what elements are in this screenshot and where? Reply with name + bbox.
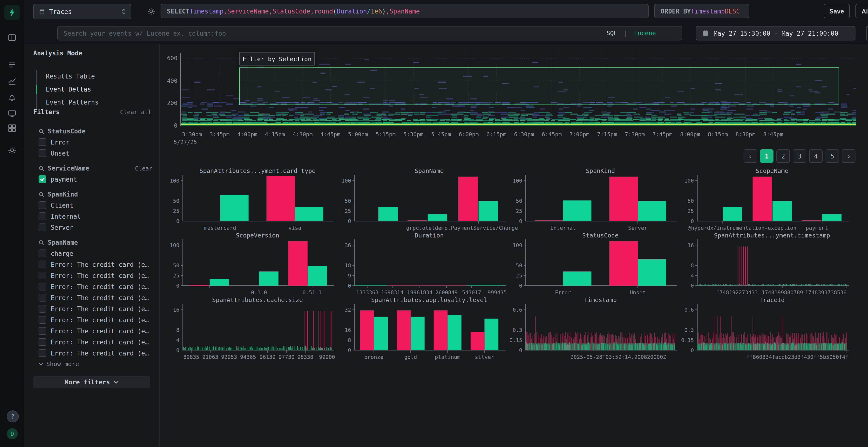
chart-text: 0.3 xyxy=(684,327,694,333)
sql-toggle[interactable]: SQL xyxy=(607,29,617,37)
chart-text: 100 xyxy=(684,178,694,184)
checkbox[interactable] xyxy=(38,305,46,313)
source-settings-gear-icon[interactable] xyxy=(143,3,159,19)
checkbox[interactable] xyxy=(38,283,46,290)
chart-text: 0 xyxy=(519,218,522,224)
checkbox[interactable] xyxy=(38,201,46,209)
filter-option[interactable]: Error: The credit card (end… xyxy=(38,272,152,279)
filter-option[interactable]: Internal xyxy=(38,212,152,220)
filter-option[interactable]: Error: The credit card (end… xyxy=(38,283,152,290)
filter-option[interactable]: Error xyxy=(38,138,152,146)
help-button[interactable]: ? xyxy=(7,410,19,422)
checkbox[interactable] xyxy=(38,316,46,324)
filter-option[interactable]: Error: The credit card (end… xyxy=(38,327,152,335)
filter-option[interactable]: Client xyxy=(38,201,152,209)
chart-text: Timestamp xyxy=(584,297,617,304)
search-icon xyxy=(38,166,44,171)
search-logs-icon[interactable] xyxy=(4,57,20,72)
heatmap-selection-box[interactable] xyxy=(239,67,839,105)
checkbox-checked[interactable] xyxy=(38,175,46,183)
chart-text: 0 xyxy=(348,347,351,353)
source-select[interactable]: Traces xyxy=(33,4,131,19)
mode-item-event-patterns[interactable]: Event Patterns xyxy=(37,96,99,109)
query-token: Timestamp xyxy=(189,7,223,15)
bar-gold-green xyxy=(411,317,425,350)
page-1-button[interactable]: 1 xyxy=(760,149,774,163)
app-window: ? D Traces SELECT Timestamp,ServiceName,… xyxy=(0,0,868,447)
user-avatar[interactable]: D xyxy=(7,428,18,439)
checkbox[interactable] xyxy=(38,349,46,357)
filter-option[interactable]: payment xyxy=(38,175,152,183)
hyperdx-logo-icon[interactable] xyxy=(4,5,20,20)
panel-left-icon[interactable] xyxy=(4,30,20,45)
search-input[interactable] xyxy=(57,26,682,40)
sessions-monitor-icon[interactable] xyxy=(4,106,20,122)
settings-gear-icon[interactable] xyxy=(4,143,20,158)
page-2-button[interactable]: 2 xyxy=(776,149,790,163)
order-by-input[interactable]: ORDER BY Timestamp DESC xyxy=(654,4,749,18)
filter-group-header-statuscode: StatusCode xyxy=(38,128,152,135)
search-icon xyxy=(38,128,44,134)
more-filters-button[interactable]: More filters xyxy=(33,376,150,388)
mode-item-results-table[interactable]: Results Table xyxy=(37,70,99,83)
filter-option[interactable]: Error: The credit card (end… xyxy=(38,305,152,313)
chart-text: 0 xyxy=(176,218,179,224)
checkbox[interactable] xyxy=(38,327,46,335)
mode-item-event-deltas[interactable]: Event Deltas xyxy=(37,83,99,96)
chart-text: 100 xyxy=(170,178,179,184)
chart-text: payment xyxy=(806,225,828,231)
clear-all-link[interactable]: Clear all xyxy=(120,109,151,115)
filter-by-selection-tooltip[interactable]: Filter by Selection xyxy=(239,52,315,66)
select-query-input[interactable]: SELECT Timestamp,ServiceName,StatusCode,… xyxy=(161,4,649,18)
lucene-toggle[interactable]: Lucene xyxy=(634,29,656,37)
alerts-bell-icon[interactable] xyxy=(4,90,20,105)
checkbox[interactable] xyxy=(38,224,46,231)
page-next-button[interactable]: › xyxy=(842,149,856,163)
bar-platinum-pink xyxy=(434,310,448,350)
page-4-button[interactable]: 4 xyxy=(809,149,823,163)
chart-text: SpanKind xyxy=(586,167,615,174)
checkbox[interactable] xyxy=(38,272,46,279)
bar-scope-name-green xyxy=(822,214,842,221)
date-range-picker[interactable]: May 27 15:30:00 - May 27 21:00:00 xyxy=(696,26,856,40)
chart-text: 4 xyxy=(176,337,179,343)
services-grid-icon[interactable] xyxy=(4,121,20,136)
bar-scope-name-green xyxy=(723,207,742,221)
filter-option[interactable]: Error: The credit card (end… xyxy=(38,316,152,324)
filter-option[interactable]: Error: The credit card (end… xyxy=(38,349,152,357)
filter-option[interactable]: charge xyxy=(38,249,152,257)
chart-text: 0.15 xyxy=(509,337,522,343)
filter-option[interactable]: Unset xyxy=(38,149,152,157)
chart-text: SpanAttributes...yment.card_type xyxy=(199,167,316,174)
filter-option[interactable]: Error: The credit card (end… xyxy=(38,338,152,346)
checkbox[interactable] xyxy=(38,249,46,257)
checkbox[interactable] xyxy=(38,149,46,157)
filter-option[interactable]: Server xyxy=(38,224,152,231)
run-query-button[interactable] xyxy=(866,26,868,40)
heatmap-x-tick-label: 3:45pm xyxy=(210,131,229,138)
page-3-button[interactable]: 3 xyxy=(793,149,806,163)
heatmap-x-tick-label: 8:15pm xyxy=(708,131,728,138)
clear-link[interactable]: Clear xyxy=(135,165,152,172)
filter-option[interactable]: Error: The credit card (end… xyxy=(38,261,152,268)
filter-option[interactable]: Error: The credit card (end… xyxy=(38,294,152,302)
checkbox[interactable] xyxy=(38,212,46,220)
checkbox[interactable] xyxy=(38,338,46,346)
heatmap-x-tick-label: 5:45pm xyxy=(431,131,451,138)
page-prev-button[interactable]: ‹ xyxy=(744,149,757,163)
alerts-button[interactable]: Alerts xyxy=(856,4,868,18)
checkbox[interactable] xyxy=(38,138,46,146)
page-5-button[interactable]: 5 xyxy=(826,149,839,163)
chart-icon[interactable] xyxy=(4,73,20,89)
check-icon xyxy=(40,177,45,181)
heatmap-y-tick-label: 200 xyxy=(158,100,178,106)
heatmap-y-tick-label: 400 xyxy=(158,77,178,84)
chart-text: 543017 xyxy=(462,289,481,296)
language-toggle[interactable]: SQL | Lucene xyxy=(607,29,656,37)
checkbox[interactable] xyxy=(38,261,46,268)
chart-text: 16 xyxy=(688,242,694,248)
save-button[interactable]: Save xyxy=(824,4,850,18)
show-more-link[interactable]: Show more xyxy=(38,360,152,368)
source-select-value: Traces xyxy=(49,8,72,15)
checkbox[interactable] xyxy=(38,294,46,302)
